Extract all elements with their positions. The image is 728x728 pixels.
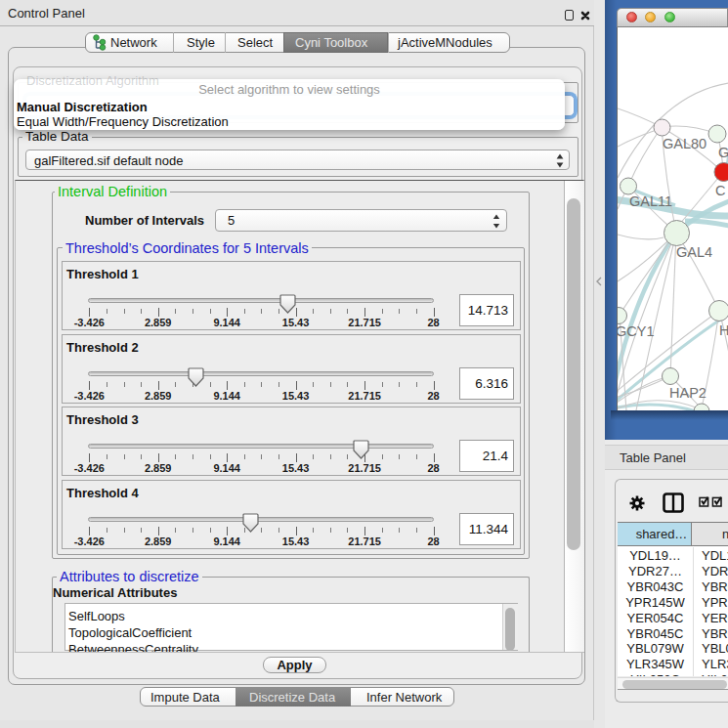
svg-text:HAP2: HAP2 [669,385,707,401]
svg-text:C: C [715,183,725,198]
svg-text:GAL80: GAL80 [663,136,707,151]
svg-text:GCY1: GCY1 [618,323,655,339]
svg-text:GAL4: GAL4 [676,244,712,260]
svg-text:GA: GA [718,145,728,160]
svg-text:H: H [719,322,728,338]
svg-text:GAL11: GAL11 [629,193,672,209]
